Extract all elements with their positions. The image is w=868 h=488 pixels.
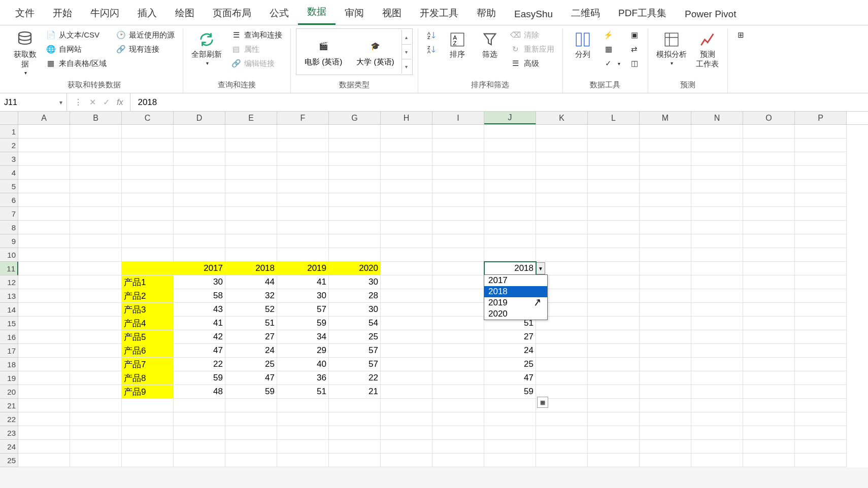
cell[interactable] — [691, 207, 743, 221]
cell[interactable]: 59 — [277, 317, 329, 330]
cell[interactable] — [122, 207, 174, 221]
cell[interactable]: 30 — [277, 289, 329, 303]
cell[interactable] — [743, 166, 795, 180]
cell[interactable] — [691, 344, 743, 358]
cell[interactable] — [381, 426, 432, 440]
cell[interactable] — [588, 358, 640, 371]
cell[interactable] — [536, 207, 588, 221]
cell[interactable] — [795, 152, 847, 166]
row-header[interactable]: 11 — [0, 262, 18, 275]
cell[interactable] — [536, 412, 588, 426]
cell[interactable] — [743, 440, 795, 454]
tab-pdf[interactable]: PDF工具集 — [609, 2, 676, 25]
cell[interactable] — [536, 248, 588, 262]
cell[interactable] — [174, 221, 225, 234]
cell[interactable] — [432, 207, 484, 221]
cell[interactable] — [381, 275, 432, 289]
cell[interactable] — [174, 234, 225, 248]
cell[interactable] — [174, 454, 225, 467]
cell[interactable] — [277, 412, 329, 426]
cell[interactable] — [795, 317, 847, 330]
cell[interactable] — [174, 166, 225, 180]
tab-layout[interactable]: 页面布局 — [204, 2, 260, 25]
cell[interactable]: 43 — [174, 303, 225, 317]
row-header[interactable]: 12 — [0, 275, 18, 289]
cell[interactable] — [484, 412, 536, 426]
cell[interactable]: 25 — [484, 358, 536, 371]
cell[interactable] — [743, 193, 795, 207]
cell[interactable]: 2019 — [277, 262, 329, 275]
gallery-scroll-down[interactable]: ▾ — [402, 45, 411, 59]
cell[interactable] — [381, 330, 432, 344]
cell[interactable] — [640, 234, 691, 248]
cell[interactable] — [122, 138, 174, 152]
cell[interactable] — [484, 221, 536, 234]
dropdown-option[interactable]: 2017 — [484, 275, 547, 286]
cell[interactable] — [432, 125, 484, 138]
cell[interactable] — [277, 234, 329, 248]
cell[interactable] — [277, 221, 329, 234]
col-header[interactable]: I — [432, 112, 484, 124]
cell[interactable] — [484, 426, 536, 440]
cell[interactable] — [743, 358, 795, 371]
cell[interactable]: 42 — [174, 330, 225, 344]
cell[interactable] — [122, 426, 174, 440]
tab-draw[interactable]: 绘图 — [166, 2, 204, 25]
cell[interactable] — [588, 234, 640, 248]
cell[interactable] — [225, 125, 277, 138]
cell[interactable]: 40 — [277, 358, 329, 371]
cell[interactable] — [588, 330, 640, 344]
row-header[interactable]: 22 — [0, 412, 18, 426]
column-headers[interactable]: A B C D E F G H I J K L M N O P — [0, 112, 868, 125]
tab-insert[interactable]: 插入 — [128, 2, 166, 25]
cell[interactable] — [536, 152, 588, 166]
cell[interactable]: 产品5 — [122, 330, 174, 344]
cell[interactable] — [640, 344, 691, 358]
cell[interactable] — [484, 248, 536, 262]
cell[interactable] — [691, 289, 743, 303]
cell[interactable] — [432, 330, 484, 344]
cell[interactable] — [640, 262, 691, 275]
select-all-corner[interactable] — [0, 112, 18, 124]
cell[interactable] — [122, 399, 174, 412]
cell[interactable] — [743, 180, 795, 193]
row-header[interactable]: 8 — [0, 221, 18, 234]
cell[interactable] — [122, 262, 174, 275]
cell[interactable]: 29 — [277, 344, 329, 358]
from-table-button[interactable]: ▦来自表格/区域 — [43, 57, 110, 70]
cell[interactable] — [174, 426, 225, 440]
col-header[interactable]: A — [18, 112, 70, 124]
cell[interactable] — [381, 234, 432, 248]
tab-formula[interactable]: 公式 — [260, 2, 298, 25]
tab-data[interactable]: 数据 — [298, 0, 336, 25]
cell[interactable]: 30 — [329, 303, 381, 317]
cell[interactable]: 48 — [174, 385, 225, 399]
cell[interactable]: 30 — [329, 275, 381, 289]
cell[interactable] — [588, 248, 640, 262]
cell[interactable]: 24 — [225, 344, 277, 358]
cell[interactable] — [640, 125, 691, 138]
cell[interactable] — [18, 303, 70, 317]
row-header[interactable]: 19 — [0, 371, 18, 385]
cell[interactable]: 2018 — [484, 262, 536, 275]
sort-asc-button[interactable]: AZ — [423, 28, 440, 42]
cell[interactable] — [174, 412, 225, 426]
cell[interactable] — [225, 412, 277, 426]
cell[interactable] — [640, 371, 691, 385]
cell[interactable] — [225, 399, 277, 412]
cell[interactable] — [588, 454, 640, 467]
cell[interactable] — [536, 180, 588, 193]
cell[interactable] — [588, 152, 640, 166]
cell[interactable] — [588, 426, 640, 440]
cell[interactable]: 产品9 — [122, 385, 174, 399]
fx-icon[interactable]: fx — [117, 98, 123, 107]
cell[interactable] — [795, 330, 847, 344]
cell[interactable]: 25 — [329, 330, 381, 344]
cell[interactable] — [277, 125, 329, 138]
row-header[interactable]: 4 — [0, 166, 18, 180]
cell[interactable] — [70, 454, 122, 467]
row-header[interactable]: 18 — [0, 358, 18, 371]
cell[interactable] — [795, 303, 847, 317]
cell[interactable] — [70, 221, 122, 234]
cell[interactable] — [277, 426, 329, 440]
